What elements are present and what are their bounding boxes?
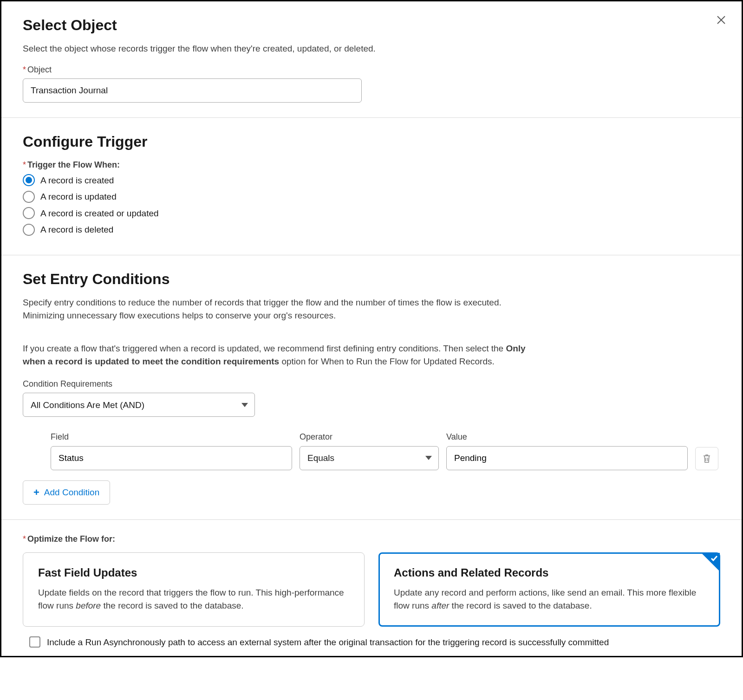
plus-icon: +	[33, 486, 39, 499]
condition-value-input[interactable]	[446, 446, 688, 470]
entry-conditions-desc1: Specify entry conditions to reduce the n…	[23, 296, 543, 322]
configure-start-modal: Select Object Select the object whose re…	[0, 0, 743, 657]
select-object-title: Select Object	[23, 14, 720, 36]
condition-field-col: Field	[51, 431, 292, 470]
condition-row: Field Operator Equals Value	[23, 431, 720, 470]
entry-conditions-desc2: If you create a flow that's triggered wh…	[23, 342, 543, 368]
check-icon	[710, 555, 718, 562]
condition-requirements-label: Condition Requirements	[23, 378, 720, 390]
radio-record-deleted[interactable]: A record is deleted	[23, 223, 720, 236]
radio-record-created-or-updated[interactable]: A record is created or updated	[23, 207, 720, 220]
trigger-when-label: *Trigger the Flow When:	[23, 159, 720, 171]
radio-record-updated[interactable]: A record is updated	[23, 190, 720, 203]
radio-icon	[23, 191, 35, 203]
required-asterisk: *	[23, 160, 26, 169]
radio-record-created[interactable]: A record is created	[23, 174, 720, 187]
chevron-down-icon	[425, 456, 432, 460]
configure-trigger-title: Configure Trigger	[23, 131, 720, 152]
checkbox-icon[interactable]	[29, 636, 40, 648]
radio-icon	[23, 207, 35, 219]
card-fast-field-updates[interactable]: Fast Field Updates Update fields on the …	[23, 552, 365, 627]
entry-conditions-title: Set Entry Conditions	[23, 268, 720, 290]
object-label: *Object	[23, 64, 720, 76]
condition-operator-col: Operator Equals	[300, 431, 439, 470]
condition-operator-select[interactable]: Equals	[300, 446, 439, 470]
condition-value-col: Value	[446, 431, 688, 470]
trigger-radio-group: A record is created A record is updated …	[23, 174, 720, 236]
required-asterisk: *	[23, 65, 26, 74]
select-object-desc: Select the object whose records trigger …	[23, 42, 404, 55]
object-input[interactable]	[23, 78, 362, 103]
radio-icon	[23, 224, 35, 236]
close-button[interactable]	[714, 13, 729, 27]
card-actions-related-records[interactable]: Actions and Related Records Update any r…	[378, 552, 720, 627]
async-checkbox-row[interactable]: Include a Run Asynchronously path to acc…	[23, 636, 720, 649]
required-asterisk: *	[23, 534, 26, 544]
section-configure-trigger: Configure Trigger *Trigger the Flow When…	[1, 118, 742, 255]
condition-field-input[interactable]	[51, 446, 292, 470]
optimize-label: *Optimize the Flow for:	[23, 533, 720, 545]
selected-indicator	[701, 553, 720, 571]
optimize-cards: Fast Field Updates Update fields on the …	[23, 552, 720, 627]
delete-condition-button[interactable]	[695, 447, 718, 470]
section-select-object: Select Object Select the object whose re…	[1, 1, 742, 118]
trash-icon	[702, 454, 711, 464]
close-icon	[717, 15, 726, 25]
radio-icon	[23, 174, 35, 186]
chevron-down-icon	[241, 403, 248, 407]
section-optimize: *Optimize the Flow for: Fast Field Updat…	[1, 520, 742, 656]
section-entry-conditions: Set Entry Conditions Specify entry condi…	[1, 255, 742, 520]
condition-requirements-select[interactable]: All Conditions Are Met (AND)	[23, 393, 255, 417]
add-condition-button[interactable]: + Add Condition	[23, 480, 110, 505]
